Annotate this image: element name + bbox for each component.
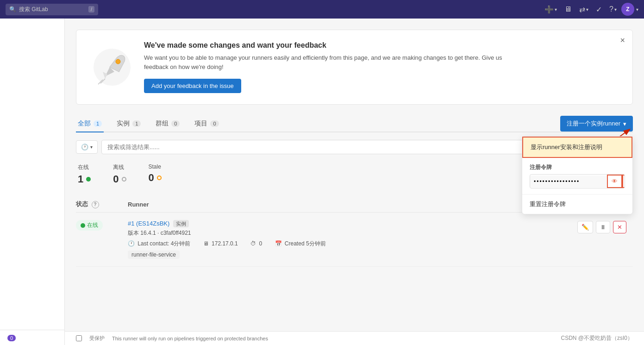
calendar-icon: 📅 [275, 240, 282, 247]
tab-instance-label: 实例 [117, 119, 130, 128]
runner-link[interactable]: #1 (ES14ZsBK) [128, 220, 169, 227]
token-label: 注册令牌 [530, 163, 625, 171]
tabs-container: 全部 1 实例 1 群组 0 项目 0 注册一个实例runner ▾ [76, 116, 633, 132]
runner-ip: 🖥 172.17.0.1 [203, 240, 245, 247]
col-runner-header: Runner [128, 201, 572, 208]
stat-online-label: 在线 [78, 163, 91, 171]
global-search[interactable]: 🔍 搜索 GitLab / [6, 4, 98, 15]
new-item-button[interactable]: ➕ ▾ [542, 3, 560, 16]
token-input-row: 👁 📋 [530, 174, 625, 188]
runner-name: #1 (ES14ZsBK) 实例 [128, 220, 572, 227]
tab-all-count: 1 [94, 120, 102, 127]
search-shortcut: / [88, 6, 94, 13]
stat-stale-label: Stale [149, 163, 162, 170]
merge-button[interactable]: ⇄ ▾ [576, 3, 591, 16]
search-label: 搜索 GitLab [19, 6, 48, 13]
sidebar-item-1[interactable] [0, 22, 64, 30]
token-copy-button[interactable]: 📋 [622, 175, 625, 188]
stat-online-value: 1 [78, 173, 91, 185]
history-icon: 🕐 [81, 144, 88, 151]
history-chevron: ▾ [90, 144, 93, 150]
tab-group[interactable]: 群组 0 [154, 116, 181, 132]
stale-dot [157, 176, 162, 180]
top-nav: 🔍 搜索 GitLab / ➕ ▾ 🖥 ⇄ ▾ ✓ ? ▾ Z ▾ [0, 0, 644, 19]
feedback-content: We've made some changes and want your fe… [144, 41, 514, 93]
pause-runner-button[interactable]: ⏸ [596, 221, 610, 233]
runner-last-contact: 🕐 Last contact: 4分钟前 [128, 240, 198, 247]
rocket-illustration [91, 46, 133, 88]
help-button[interactable]: ? ▾ [606, 3, 619, 15]
server-icon: 🖥 [203, 240, 209, 247]
table-row: 在线 #1 (ES14ZsBK) 实例 版本 16.4.1 · c3faf0ff… [76, 213, 633, 267]
register-btn-chevron: ▾ [623, 120, 626, 127]
search-icon: 🔍 [9, 6, 16, 13]
watermark: CSDN @不爱吃奶昔（zsI0） [561, 334, 633, 342]
reset-token-item[interactable]: 重置注册令牌 [522, 194, 632, 214]
delete-runner-button[interactable]: ✕ [613, 221, 626, 233]
protected-checkbox[interactable] [76, 335, 82, 341]
tab-project[interactable]: 项目 0 [193, 116, 220, 132]
feedback-body: We want you to be able to manage your ru… [144, 53, 514, 71]
clock-icon: 🕐 [128, 240, 135, 247]
avatar[interactable]: Z [621, 3, 634, 16]
stat-offline-label: 离线 [113, 163, 126, 171]
bottom-bar: 受保护 This runner will only run on pipelin… [65, 331, 644, 345]
token-section: 注册令牌 👁 📋 [522, 158, 632, 194]
tab-group-count: 0 [171, 120, 180, 127]
status-text: 在线 [87, 221, 98, 229]
main-content: We've made some changes and want your fe… [65, 19, 644, 345]
runner-info: #1 (ES14ZsBK) 实例 版本 16.4.1 · c3faf0ff492… [128, 220, 572, 259]
todo-button[interactable]: ✓ [593, 3, 605, 16]
tab-instance-count: 1 [132, 120, 141, 127]
monitor-button[interactable]: 🖥 [562, 3, 575, 15]
tab-all-label: 全部 [78, 119, 91, 128]
jobs-icon: ⏱ [250, 240, 256, 247]
edit-runner-button[interactable]: ✏️ [577, 221, 593, 233]
protected-label: 受保护 [89, 335, 105, 342]
stat-online: 在线 1 [78, 163, 91, 185]
runner-meta-row: 🕐 Last contact: 4分钟前 🖥 172.17.0.1 ⏱ 0 📅 … [128, 240, 572, 248]
feedback-banner: We've made some changes and want your fe… [76, 30, 633, 105]
sidebar-item-2[interactable] [0, 30, 64, 37]
online-dot [86, 177, 91, 182]
register-runner-button[interactable]: 注册一个实例runner ▾ [560, 116, 633, 132]
token-reveal-button[interactable]: 👁 [607, 175, 622, 188]
feedback-button[interactable]: Add your feedback in the issue [144, 79, 241, 93]
svg-point-1 [116, 59, 120, 64]
stat-offline: 离线 0 [113, 163, 126, 185]
status-help-icon[interactable]: ? [92, 201, 99, 208]
tab-all[interactable]: 全部 1 [76, 116, 104, 132]
register-btn-label: 注册一个实例runner [567, 119, 620, 128]
runner-version: 版本 16.4.1 · c3faf0ff4921 [128, 229, 572, 237]
status-badge: 在线 [76, 220, 103, 231]
runner-actions: ✏️ ⏸ ✕ [577, 220, 633, 233]
stat-stale: Stale 0 [149, 163, 162, 185]
stat-stale-value: 0 [149, 172, 162, 184]
runner-created: 📅 Created 5分钟前 [275, 240, 331, 247]
dropdown-panel: 显示runner安装和注册说明 注册令牌 👁 📋 重置注册令牌 [522, 136, 633, 214]
sidebar-badge: 0 [7, 335, 16, 341]
stat-offline-value: 0 [113, 173, 126, 185]
tab-group-label: 群组 [156, 119, 169, 128]
tab-instance[interactable]: 实例 1 [115, 116, 143, 132]
tabs-section: 全部 1 实例 1 群组 0 项目 0 注册一个实例runner ▾ [76, 116, 633, 132]
offline-dot [122, 177, 126, 182]
sidebar-menu [0, 19, 64, 330]
sidebar: 0 [0, 19, 65, 345]
feedback-title: We've made some changes and want your fe… [144, 41, 514, 50]
runner-tag: runner-file-service [128, 251, 180, 259]
feedback-close-button[interactable]: × [620, 36, 625, 45]
sidebar-bottom: 0 [0, 330, 64, 345]
runner-type-badge: 实例 [173, 220, 189, 227]
status-dot [81, 223, 85, 228]
show-instructions-item[interactable]: 显示runner安装和注册说明 [522, 137, 632, 158]
col-status-header: 状态 ? [76, 200, 122, 208]
register-button-wrap: 注册一个实例runner ▾ [560, 116, 633, 132]
runner-note: This runner will only run on pipelines t… [112, 336, 268, 341]
token-field[interactable] [530, 176, 607, 188]
history-button[interactable]: 🕐 ▾ [76, 140, 98, 154]
nav-right: ➕ ▾ 🖥 ⇄ ▾ ✓ ? ▾ Z ▾ [542, 3, 638, 16]
runner-status: 在线 [76, 220, 122, 231]
avatar-chevron: ▾ [636, 7, 638, 12]
tab-project-count: 0 [210, 120, 219, 127]
